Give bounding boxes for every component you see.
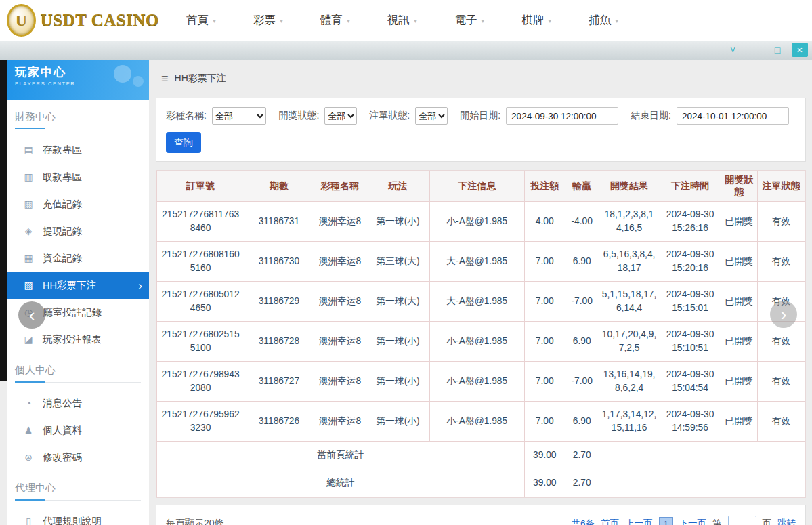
- sidebar-section-label: 財務中心: [15, 110, 141, 129]
- end-date-input[interactable]: [677, 107, 789, 125]
- table-cell: 已開獎: [721, 322, 758, 362]
- table-cell: 7.00: [524, 242, 565, 282]
- top-nav: 首頁▾彩票▾體育▾視訊▾電子▾棋牌▾捕魚▾: [186, 13, 618, 28]
- sidebar-item[interactable]: ▧HH彩票下注›: [7, 272, 149, 299]
- column-header: 訂單號: [157, 171, 244, 202]
- order-status-select[interactable]: 全部: [415, 107, 448, 125]
- table-cell: 已開獎: [721, 202, 758, 242]
- draw-status-select[interactable]: 全部: [324, 107, 357, 125]
- table-cell: 2024-09-30 15:04:54: [660, 362, 721, 402]
- table-cell: 10,17,20,4,9,7,2,5: [599, 322, 660, 362]
- close-icon[interactable]: ×: [792, 43, 808, 57]
- table-cell: 小-A盤@1.985: [429, 402, 524, 442]
- maximize-icon[interactable]: □: [769, 43, 786, 57]
- end-date-label: 結束日期:: [631, 110, 671, 122]
- sidebar-item-label: 代理規則說明: [43, 515, 102, 525]
- nav-item-label: 彩票: [253, 13, 276, 28]
- lottery-select[interactable]: 全部: [212, 107, 267, 125]
- chevron-down-icon: ▾: [548, 17, 551, 24]
- nav-item-1[interactable]: 首頁▾: [186, 13, 216, 28]
- first-page-link[interactable]: 首页: [601, 518, 619, 525]
- search-button[interactable]: 查詢: [166, 132, 201, 153]
- column-header: 輸贏: [565, 171, 599, 202]
- sidebar-item-label: 提現記錄: [43, 225, 82, 238]
- table-cell: 31186731: [244, 202, 314, 242]
- summary-empty: [599, 469, 805, 497]
- sidebar-item[interactable]: ▤存款專區: [7, 136, 149, 163]
- recharge-record-icon: ▨: [23, 198, 34, 209]
- table-cell: 第一球(小): [366, 402, 430, 442]
- sidebar-item[interactable]: ▥取款專區: [7, 163, 149, 190]
- nav-item-label: 體育: [320, 13, 343, 28]
- table-cell: 有效: [758, 202, 805, 242]
- table-cell: 第三球(大): [366, 242, 430, 282]
- sidebar-section-label: 代理中心: [15, 482, 141, 501]
- sidebar-header: 玩家中心 PLAYERS CENTER: [7, 60, 149, 100]
- table-row: 215217276795962323031186726澳洲幸运8第一球(小)小-…: [157, 402, 805, 442]
- page-jump-input[interactable]: [728, 516, 756, 525]
- sidebar-item[interactable]: ▯代理規則說明: [7, 507, 149, 525]
- table-cell: 2152172768081605160: [157, 242, 244, 282]
- start-date-input[interactable]: [506, 107, 618, 125]
- sidebar-item-label: 取款專區: [43, 171, 82, 184]
- sidebar-item[interactable]: ▦資金記錄: [7, 245, 149, 272]
- sidebar-item[interactable]: ▨充值記錄: [7, 190, 149, 217]
- nav-item-4[interactable]: 視訊▾: [387, 13, 417, 28]
- summary-row: 當前頁統計39.002.70: [157, 442, 805, 469]
- table-cell: 7.00: [524, 402, 565, 442]
- nav-item-3[interactable]: 體育▾: [320, 13, 350, 28]
- table-row: 215217276798943208031186727澳洲幸运8第一球(小)小-…: [157, 362, 805, 402]
- bet-table: 訂單號期數彩種名稱玩法下注信息投注額輸贏開獎結果下注時間開獎狀態注單狀態 215…: [156, 171, 805, 497]
- table-cell: 澳洲幸运8: [314, 202, 366, 242]
- scroll-right-button[interactable]: ›: [770, 301, 797, 328]
- column-header: 開獎結果: [599, 171, 660, 202]
- site-header: U USDT CASINO 首頁▾彩票▾體育▾視訊▾電子▾棋牌▾捕魚▾: [0, 0, 812, 41]
- sidebar-section-label: 個人中心: [15, 364, 141, 383]
- sidebar-item[interactable]: ♟個人資料: [7, 417, 149, 444]
- nav-item-6[interactable]: 棋牌▾: [521, 13, 551, 28]
- table-cell: 2024-09-30 14:59:56: [660, 402, 721, 442]
- nav-item-2[interactable]: 彩票▾: [253, 13, 283, 28]
- nav-item-7[interactable]: 捕魚▾: [589, 13, 618, 28]
- table-cell: 2152172767989432080: [157, 362, 244, 402]
- sidebar-item-label: 廳室投註記錄: [43, 306, 102, 319]
- scroll-left-button[interactable]: ‹: [18, 301, 45, 329]
- table-cell: 31186730: [244, 242, 314, 282]
- collapse-icon[interactable]: ˅: [725, 43, 741, 57]
- table-cell: 第一球(小): [366, 202, 430, 242]
- sidebar-item[interactable]: ⊛修改密碼: [7, 444, 149, 471]
- page-size-text: 每頁顯示20條: [166, 518, 224, 525]
- table-cell: 7.00: [524, 362, 565, 402]
- next-page-link[interactable]: 下一页: [679, 518, 707, 525]
- background-strip: [0, 60, 7, 381]
- summary-row: 總統計39.002.70: [157, 469, 805, 497]
- sidebar-item[interactable]: ◪玩家投注報表: [7, 326, 149, 353]
- logo-icon: U: [7, 4, 36, 37]
- deposit-icon: ▤: [23, 144, 34, 155]
- sidebar-item[interactable]: ◔消息公告: [7, 390, 149, 417]
- table-cell: 已開獎: [721, 282, 758, 322]
- logo-monogram: U: [16, 12, 27, 30]
- summary-winloss-total: 2.70: [565, 442, 599, 469]
- decorative-circles-icon: [102, 62, 145, 93]
- sidebar: 玩家中心 PLAYERS CENTER 財務中心▤存款專區▥取款專區▨充值記錄◈…: [7, 60, 149, 525]
- column-header: 玩法: [366, 171, 430, 202]
- sidebar-item-group: ▯代理規則說明: [7, 501, 149, 525]
- table-cell: 2024-09-30 15:20:16: [660, 242, 721, 282]
- chevron-down-icon: ▾: [213, 17, 216, 24]
- menu-icon[interactable]: ≡: [161, 72, 169, 86]
- prev-page-link[interactable]: 上一页: [625, 518, 653, 525]
- nav-item-5[interactable]: 電子▾: [454, 13, 484, 28]
- table-cell: 6.90: [565, 402, 599, 442]
- summary-bet-total: 39.00: [524, 442, 565, 469]
- jump-button[interactable]: 跳转: [777, 518, 796, 525]
- table-cell: 6.90: [565, 242, 599, 282]
- player-report-icon: ◪: [23, 334, 34, 345]
- table-cell: 澳洲幸运8: [314, 402, 366, 442]
- table-cell: 2152172768050124650: [157, 282, 244, 322]
- table-cell: 1,17,3,14,12,15,11,16: [599, 402, 660, 442]
- table-cell: 18,1,2,3,8,14,16,5: [599, 202, 660, 242]
- minimize-icon[interactable]: —: [747, 43, 763, 57]
- logo[interactable]: U USDT CASINO: [0, 4, 159, 37]
- sidebar-item[interactable]: ◈提現記錄: [7, 217, 149, 245]
